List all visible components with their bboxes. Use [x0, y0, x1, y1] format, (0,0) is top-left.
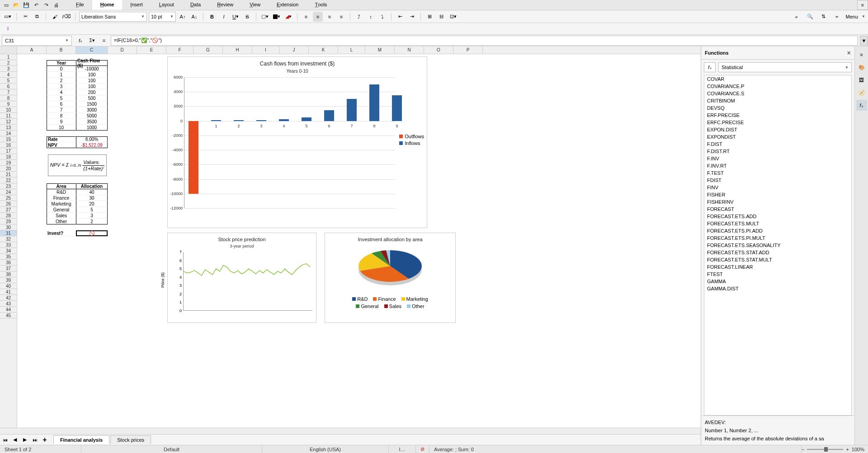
fn-item[interactable]: FORECAST.ETS.PI.ADD — [704, 227, 851, 234]
italic-icon[interactable]: I — [219, 12, 229, 22]
cell-C15[interactable]: 8.00% — [76, 136, 108, 142]
split-cells-icon[interactable]: ⊟ — [436, 12, 446, 22]
fn-item[interactable]: FORECAST.ETS.STAT.ADD — [704, 249, 851, 256]
navigator-tab-icon[interactable]: 🧭 — [856, 87, 867, 98]
cell-B4[interactable]: 1 — [47, 72, 76, 78]
fn-item[interactable]: FORECAST.ETS.PI.MULT — [704, 234, 851, 242]
row-header-27[interactable]: 27 — [0, 207, 17, 213]
styles-tab-icon[interactable]: 🎨 — [856, 62, 867, 73]
row-header-16[interactable]: 16 — [0, 142, 17, 148]
search-icon[interactable]: 🔍 — [805, 12, 815, 22]
status-aggregate[interactable]: Average: ; Sum: 0 — [429, 445, 802, 453]
align-center-icon[interactable]: ≡ — [313, 12, 323, 22]
cell-B11[interactable]: 8 — [47, 113, 76, 119]
menu-review[interactable]: Review — [209, 0, 241, 10]
cell-B8[interactable]: 5 — [47, 95, 76, 101]
fontcolor-icon[interactable]: ◢▾ — [283, 12, 293, 22]
formula-expand-icon[interactable]: ▼ — [860, 36, 868, 46]
row-header-15[interactable]: 15 — [0, 136, 17, 142]
cell-B27[interactable]: General — [47, 207, 76, 213]
row-header-11[interactable]: 11 — [0, 113, 17, 119]
fn-item[interactable]: CRITBINOM — [704, 97, 851, 104]
row-header-6[interactable]: 6 — [0, 84, 17, 89]
align-left-icon[interactable]: ≡ — [301, 12, 311, 22]
sort-icon[interactable]: ⇅ — [819, 12, 829, 22]
zoom-out-icon[interactable]: − — [802, 447, 804, 452]
status-insert-mode[interactable]: I… — [389, 445, 416, 453]
row-header-41[interactable]: 41 — [0, 289, 17, 295]
col-header-D[interactable]: D — [108, 47, 137, 54]
row-header-8[interactable]: 8 — [0, 95, 17, 101]
print-icon[interactable]: 🖨 — [52, 1, 60, 9]
row-header-20[interactable]: 20 — [0, 166, 17, 172]
tab-last-icon[interactable]: ⏭ — [31, 436, 39, 444]
fx-icon[interactable]: fₓ — [75, 36, 85, 46]
save-icon[interactable]: 💾 — [23, 1, 30, 9]
row-header-25[interactable]: 25 — [0, 195, 17, 201]
fn-item[interactable]: FISHER — [704, 191, 851, 198]
row-header-35[interactable]: 35 — [0, 254, 17, 260]
fn-item[interactable]: FORECAST.ETS.ADD — [704, 213, 851, 220]
row-header-45[interactable]: 45 — [0, 313, 17, 318]
cell-C25[interactable]: 30 — [76, 195, 108, 201]
cell-B24[interactable]: R&D — [47, 189, 76, 195]
row-header-5[interactable]: 5 — [0, 78, 17, 84]
tab-first-icon[interactable]: ⏮ — [1, 436, 9, 444]
col-header-B[interactable]: B — [47, 47, 76, 54]
cell-C28[interactable]: 3 — [76, 213, 108, 219]
row-header-30[interactable]: 30 — [0, 224, 17, 230]
fn-item[interactable]: F.INV.RT — [704, 162, 851, 169]
fn-item[interactable]: F.DIST — [704, 140, 851, 148]
expand-icon[interactable]: » — [792, 12, 802, 22]
row-header-19[interactable]: 19 — [0, 160, 17, 166]
cell-B26[interactable]: Marketing — [47, 201, 76, 207]
horizontal-scrollbar[interactable] — [0, 428, 701, 434]
menu-insert[interactable]: Insert — [122, 0, 151, 10]
row-header-14[interactable]: 14 — [0, 131, 17, 136]
col-header-O[interactable]: O — [424, 47, 453, 54]
menu-tools[interactable]: Tools — [307, 0, 335, 10]
row-header-18[interactable]: 18 — [0, 154, 17, 160]
fn-item[interactable]: FORECAST.LINEAR — [704, 263, 851, 271]
cell-C23[interactable]: Allocation — [76, 183, 108, 189]
wrap-icon[interactable]: ⊡▾ — [448, 12, 458, 22]
cut-icon[interactable]: ✂ — [20, 12, 30, 22]
fn-item[interactable]: FTEST — [704, 271, 851, 278]
col-header-J[interactable]: J — [279, 47, 309, 54]
cell-B9[interactable]: 6 — [47, 101, 76, 107]
fn-item[interactable]: FDIST — [704, 177, 851, 184]
menu-data[interactable]: Data — [182, 0, 209, 10]
status-signature-icon[interactable]: ⊘ — [416, 445, 429, 453]
cell-C4[interactable]: 100 — [76, 72, 108, 78]
bar-chart[interactable]: Cash flows from investment ($) Years 0-1… — [167, 56, 427, 228]
tab-add-icon[interactable]: + — [41, 436, 49, 444]
fn-item[interactable]: COVAR — [704, 75, 851, 83]
row-header-28[interactable]: 28 — [0, 213, 17, 219]
redo-icon[interactable]: ↷ — [42, 1, 50, 9]
tab-next-icon[interactable]: ▶ — [21, 436, 29, 444]
row-header-9[interactable]: 9 — [0, 101, 17, 107]
row-header-40[interactable]: 40 — [0, 283, 17, 289]
fn-item[interactable]: FORECAST.ETS.SEASONALITY — [704, 242, 851, 249]
cell-B3[interactable]: 0 — [47, 66, 76, 72]
menu-home[interactable]: Home — [92, 0, 123, 10]
col-header-H[interactable]: H — [223, 47, 252, 54]
align-justify-icon[interactable]: ≡ — [336, 12, 346, 22]
row-header-29[interactable]: 29 — [0, 219, 17, 224]
cell-C31[interactable]: 🚫 — [76, 230, 108, 236]
cell-reference-box[interactable]: C31▼ — [2, 36, 72, 46]
cell-C26[interactable]: 20 — [76, 201, 108, 207]
row-header-22[interactable]: 22 — [0, 177, 17, 183]
cell-B10[interactable]: 7 — [47, 107, 76, 113]
font-name-select[interactable]: Liberation Sans▼ — [79, 12, 147, 22]
fn-item[interactable]: F.TEST — [704, 169, 851, 177]
cell-C7[interactable]: 200 — [76, 89, 108, 95]
row-header-34[interactable]: 34 — [0, 248, 17, 254]
cell-C9[interactable]: 1500 — [76, 101, 108, 107]
menu-layout[interactable]: Layout — [151, 0, 182, 10]
open-icon[interactable]: 📂 — [13, 1, 20, 9]
col-header-K[interactable]: K — [309, 47, 338, 54]
properties-tab-icon[interactable]: ≡ — [856, 49, 867, 60]
new-doc-icon[interactable]: ▭ — [3, 1, 10, 9]
cell-B6[interactable]: 3 — [47, 84, 76, 89]
